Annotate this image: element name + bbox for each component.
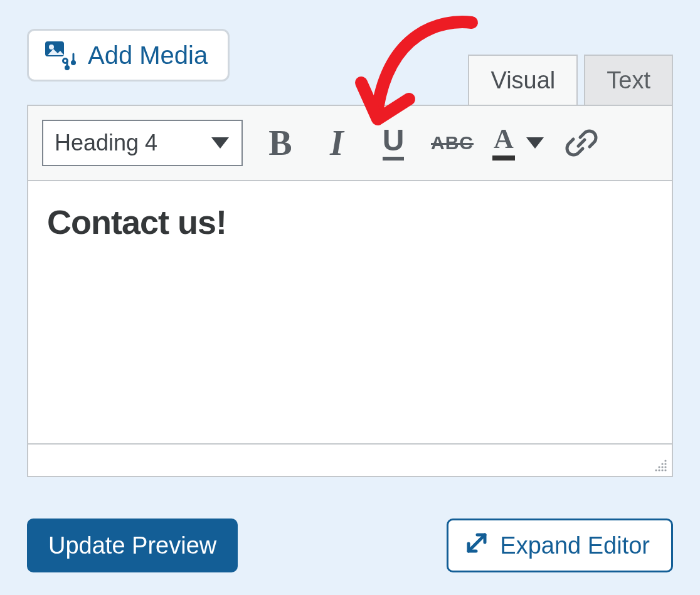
editor-footer bbox=[28, 445, 672, 476]
svg-point-7 bbox=[661, 463, 663, 465]
svg-point-8 bbox=[664, 466, 666, 468]
tab-visual[interactable]: Visual bbox=[468, 55, 578, 105]
strikethrough-icon: ABC bbox=[431, 132, 474, 154]
expand-editor-button[interactable]: Expand Editor bbox=[447, 519, 673, 572]
format-selected-label: Heading 4 bbox=[55, 130, 157, 156]
editor-tabs: Visual Text bbox=[468, 55, 673, 105]
add-media-label: Add Media bbox=[88, 41, 208, 70]
editor-frame: Heading 4 B I U ABC A bbox=[27, 105, 673, 477]
strikethrough-button[interactable]: ABC bbox=[431, 120, 474, 166]
italic-icon: I bbox=[330, 123, 344, 163]
italic-button[interactable]: I bbox=[318, 120, 356, 166]
update-preview-label: Update Preview bbox=[48, 532, 216, 559]
media-icon bbox=[44, 40, 77, 70]
svg-point-6 bbox=[664, 463, 666, 465]
svg-point-10 bbox=[658, 466, 660, 468]
svg-point-3 bbox=[65, 65, 70, 70]
expand-editor-label: Expand Editor bbox=[500, 532, 650, 559]
tab-text-label: Text bbox=[607, 67, 650, 94]
update-preview-button[interactable]: Update Preview bbox=[27, 519, 238, 572]
add-media-button[interactable]: Add Media bbox=[27, 29, 230, 82]
text-color-icon: A bbox=[492, 125, 515, 161]
bold-icon: B bbox=[268, 123, 292, 163]
editor-toolbar: Heading 4 B I U ABC A bbox=[28, 106, 672, 181]
svg-point-5 bbox=[664, 460, 666, 461]
underline-icon: U bbox=[383, 125, 405, 161]
text-color-button[interactable]: A bbox=[492, 120, 544, 166]
editor-content-area[interactable]: Contact us! bbox=[28, 181, 672, 445]
tab-visual-label: Visual bbox=[491, 67, 555, 94]
format-dropdown[interactable]: Heading 4 bbox=[42, 120, 243, 166]
svg-point-1 bbox=[49, 45, 54, 50]
svg-point-13 bbox=[658, 469, 660, 471]
bold-button[interactable]: B bbox=[262, 120, 299, 166]
svg-point-9 bbox=[661, 466, 663, 468]
editor-heading: Contact us! bbox=[47, 203, 653, 241]
link-button[interactable] bbox=[563, 120, 600, 166]
resize-handle[interactable] bbox=[650, 456, 668, 473]
svg-point-12 bbox=[661, 469, 663, 471]
tab-text[interactable]: Text bbox=[584, 55, 673, 105]
expand-icon bbox=[465, 531, 489, 561]
svg-point-14 bbox=[655, 469, 657, 471]
chevron-down-icon bbox=[526, 137, 544, 149]
underline-button[interactable]: U bbox=[374, 120, 412, 166]
chevron-down-icon bbox=[211, 137, 229, 149]
link-icon bbox=[565, 126, 598, 160]
svg-point-11 bbox=[664, 469, 666, 471]
